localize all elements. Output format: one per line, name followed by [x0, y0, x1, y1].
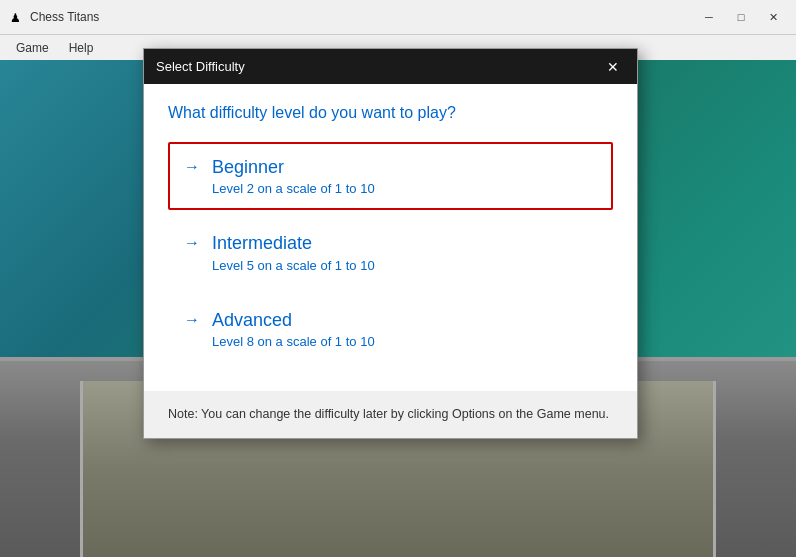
intermediate-info: Intermediate Level 5 on a scale of 1 to …: [212, 232, 375, 272]
modal-titlebar: Select Difficulty ✕: [144, 49, 637, 84]
title-bar-controls: ─ □ ✕: [694, 5, 788, 29]
app-title: Chess Titans: [30, 10, 694, 24]
close-button[interactable]: ✕: [758, 5, 788, 29]
maximize-button[interactable]: □: [726, 5, 756, 29]
footer-note: Note: You can change the difficulty late…: [168, 407, 609, 421]
arrow-icon-intermediate: →: [184, 234, 200, 252]
advanced-info: Advanced Level 8 on a scale of 1 to 10: [212, 309, 375, 349]
difficulty-option-intermediate[interactable]: → Intermediate Level 5 on a scale of 1 t…: [168, 218, 613, 286]
modal-footer: Note: You can change the difficulty late…: [144, 391, 637, 438]
modal-close-button[interactable]: ✕: [601, 55, 625, 79]
modal-content: What difficulty level do you want to pla…: [144, 84, 637, 391]
arrow-icon-beginner: →: [184, 158, 200, 176]
title-bar: ♟ Chess Titans ─ □ ✕: [0, 0, 796, 35]
beginner-info: Beginner Level 2 on a scale of 1 to 10: [212, 156, 375, 196]
intermediate-name: Intermediate: [212, 232, 375, 255]
difficulty-option-beginner[interactable]: → Beginner Level 2 on a scale of 1 to 10: [168, 142, 613, 210]
advanced-desc: Level 8 on a scale of 1 to 10: [212, 334, 375, 349]
menu-item-game[interactable]: Game: [8, 39, 57, 57]
intermediate-desc: Level 5 on a scale of 1 to 10: [212, 258, 375, 273]
beginner-desc: Level 2 on a scale of 1 to 10: [212, 181, 375, 196]
app-icon: ♟: [8, 9, 24, 25]
menu-item-help[interactable]: Help: [61, 39, 102, 57]
difficulty-option-advanced[interactable]: → Advanced Level 8 on a scale of 1 to 10: [168, 295, 613, 363]
difficulty-question: What difficulty level do you want to pla…: [168, 104, 613, 122]
svg-text:♟: ♟: [10, 11, 21, 25]
arrow-icon-advanced: →: [184, 311, 200, 329]
modal-title: Select Difficulty: [156, 59, 245, 74]
select-difficulty-dialog: Select Difficulty ✕ What difficulty leve…: [143, 48, 638, 439]
minimize-button[interactable]: ─: [694, 5, 724, 29]
beginner-name: Beginner: [212, 156, 375, 179]
advanced-name: Advanced: [212, 309, 375, 332]
